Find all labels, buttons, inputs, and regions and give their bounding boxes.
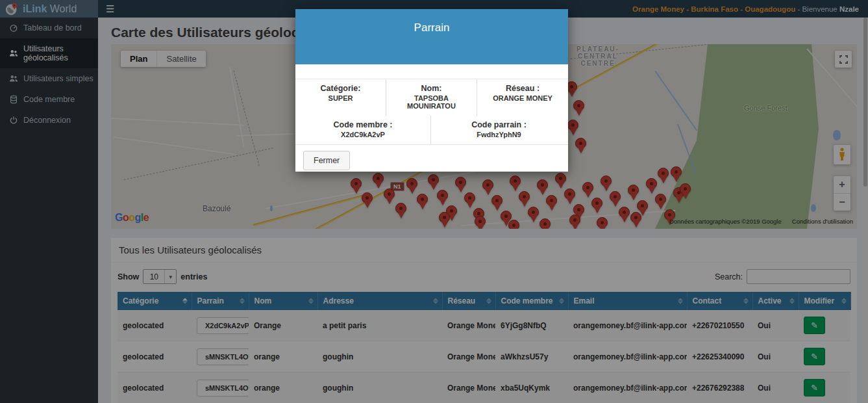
modal-footer: Fermer [295, 144, 568, 176]
field-nom: Nom: TAPSOBA MOUNIRATOU [386, 79, 477, 116]
field-reseau: Réseau : ORANGE MONEY [477, 79, 568, 116]
modal-title: Parrain [295, 9, 568, 34]
close-modal-button[interactable]: Fermer [303, 151, 350, 170]
modal-header: Parrain [295, 9, 568, 64]
field-code-parrain: Code parrain : FwdhzYphN9 [431, 116, 567, 144]
field-code-membre: Code membre : X2dC9kA2vP [295, 116, 431, 144]
parrain-modal: Parrain Catégorie: SUPER Nom: TAPSOBA MO… [295, 9, 568, 172]
field-categorie: Catégorie: SUPER [295, 79, 386, 116]
